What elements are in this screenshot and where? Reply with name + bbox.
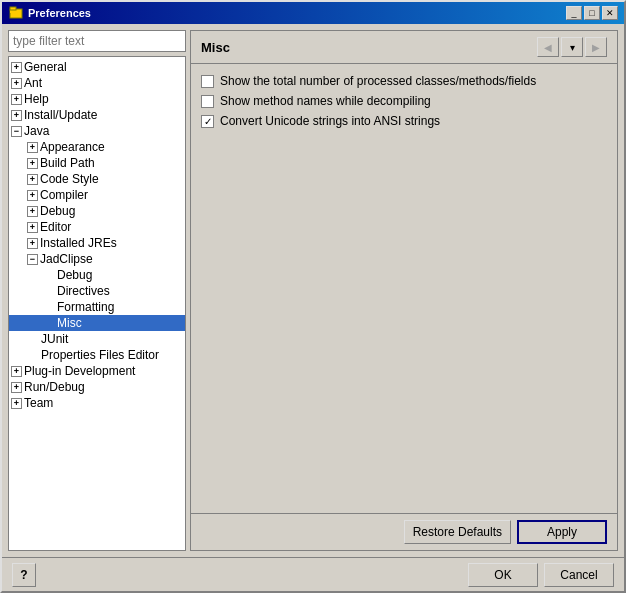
checkbox-label-show-method: Show method names while decompiling bbox=[220, 94, 431, 108]
tree-item-label: Build Path bbox=[40, 155, 95, 171]
checkbox-show-total[interactable] bbox=[201, 75, 214, 88]
tree-item-label: Properties Files Editor bbox=[41, 347, 159, 363]
tree-item-label: JadClipse bbox=[40, 251, 93, 267]
expand-icon[interactable]: + bbox=[27, 206, 38, 217]
tree-item-label: Installed JREs bbox=[40, 235, 117, 251]
tree-item-label: Directives bbox=[57, 283, 110, 299]
tree-item-label: Debug bbox=[40, 203, 75, 219]
collapse-icon[interactable]: − bbox=[11, 126, 22, 137]
cancel-button[interactable]: Cancel bbox=[544, 563, 614, 587]
titlebar-buttons: _ □ ✕ bbox=[566, 6, 618, 20]
minimize-button[interactable]: _ bbox=[566, 6, 582, 20]
tree-item-installed-jres[interactable]: +Installed JREs bbox=[9, 235, 185, 251]
titlebar-left: Preferences bbox=[8, 5, 91, 21]
tree-item-editor[interactable]: +Editor bbox=[9, 219, 185, 235]
tree-item-team[interactable]: +Team bbox=[9, 395, 185, 411]
tree-item-label: Help bbox=[24, 91, 49, 107]
expand-icon[interactable]: + bbox=[27, 238, 38, 249]
svg-rect-2 bbox=[10, 7, 16, 10]
expand-icon[interactable]: + bbox=[11, 110, 22, 121]
expand-icon[interactable]: + bbox=[11, 94, 22, 105]
content-area: +General+Ant+Help+Install/Update−Java+Ap… bbox=[2, 24, 624, 557]
tree-item-run-debug[interactable]: +Run/Debug bbox=[9, 379, 185, 395]
tree-item-label: Run/Debug bbox=[24, 379, 85, 395]
tree-item-plug-in-development[interactable]: +Plug-in Development bbox=[9, 363, 185, 379]
tree-item-ant[interactable]: +Ant bbox=[9, 75, 185, 91]
tree-item-java[interactable]: −Java bbox=[9, 123, 185, 139]
tree-item-jad-debug[interactable]: Debug bbox=[9, 267, 185, 283]
expand-icon[interactable]: + bbox=[11, 398, 22, 409]
checkbox-row-show-method: Show method names while decompiling bbox=[201, 94, 607, 108]
back-button[interactable]: ◀ bbox=[537, 37, 559, 57]
tree-item-jad-directives[interactable]: Directives bbox=[9, 283, 185, 299]
tree-item-build-path[interactable]: +Build Path bbox=[9, 155, 185, 171]
left-panel: +General+Ant+Help+Install/Update−Java+Ap… bbox=[8, 30, 186, 551]
tree-item-install-update[interactable]: +Install/Update bbox=[9, 107, 185, 123]
maximize-button[interactable]: □ bbox=[584, 6, 600, 20]
tree-item-jad-misc[interactable]: Misc bbox=[9, 315, 185, 331]
checkbox-row-show-total: Show the total number of processed class… bbox=[201, 74, 607, 88]
tree-item-label: Compiler bbox=[40, 187, 88, 203]
expand-icon[interactable]: + bbox=[27, 158, 38, 169]
window-bottom-bar: ? OK Cancel bbox=[2, 557, 624, 591]
window-title: Preferences bbox=[28, 7, 91, 19]
right-panel: Misc ◀ ▾ ▶ Show the total number of proc… bbox=[190, 30, 618, 551]
tree-item-label: Appearance bbox=[40, 139, 105, 155]
titlebar: Preferences _ □ ✕ bbox=[2, 2, 624, 24]
tree-item-appearance[interactable]: +Appearance bbox=[9, 139, 185, 155]
expand-icon[interactable]: + bbox=[27, 174, 38, 185]
tree-panel: +General+Ant+Help+Install/Update−Java+Ap… bbox=[8, 56, 186, 551]
expand-icon[interactable]: + bbox=[11, 62, 22, 73]
close-button[interactable]: ✕ bbox=[602, 6, 618, 20]
checkbox-convert-unicode[interactable] bbox=[201, 115, 214, 128]
checkbox-row-convert-unicode: Convert Unicode strings into ANSI string… bbox=[201, 114, 607, 128]
nav-buttons: ◀ ▾ ▶ bbox=[537, 37, 607, 57]
expand-icon[interactable]: + bbox=[11, 382, 22, 393]
ok-button[interactable]: OK bbox=[468, 563, 538, 587]
expand-icon[interactable]: + bbox=[27, 222, 38, 233]
preferences-window: Preferences _ □ ✕ +General+Ant+Help+Inst… bbox=[0, 0, 626, 593]
tree-item-label: Team bbox=[24, 395, 53, 411]
right-content: Show the total number of processed class… bbox=[191, 64, 617, 513]
checkbox-label-show-total: Show the total number of processed class… bbox=[220, 74, 536, 88]
tree-item-label: Java bbox=[24, 123, 49, 139]
restore-defaults-button[interactable]: Restore Defaults bbox=[404, 520, 511, 544]
tree-item-help[interactable]: +Help bbox=[9, 91, 185, 107]
checkbox-label-convert-unicode: Convert Unicode strings into ANSI string… bbox=[220, 114, 440, 128]
tree-item-general[interactable]: +General bbox=[9, 59, 185, 75]
apply-button[interactable]: Apply bbox=[517, 520, 607, 544]
tree-item-label: Ant bbox=[24, 75, 42, 91]
tree-item-label: JUnit bbox=[41, 331, 68, 347]
expand-icon[interactable]: + bbox=[27, 142, 38, 153]
tree-item-label: Formatting bbox=[57, 299, 114, 315]
expand-icon[interactable]: + bbox=[11, 78, 22, 89]
tree-item-label: Debug bbox=[57, 267, 92, 283]
tree-item-debug[interactable]: +Debug bbox=[9, 203, 185, 219]
tree-item-jadclipse[interactable]: −JadClipse bbox=[9, 251, 185, 267]
tree-item-label: General bbox=[24, 59, 67, 75]
tree-item-label: Misc bbox=[57, 315, 82, 331]
tree-item-label: Plug-in Development bbox=[24, 363, 135, 379]
tree-item-label: Install/Update bbox=[24, 107, 97, 123]
tree-item-label: Editor bbox=[40, 219, 71, 235]
tree-item-compiler[interactable]: +Compiler bbox=[9, 187, 185, 203]
expand-icon[interactable]: + bbox=[27, 190, 38, 201]
tree-item-junit[interactable]: JUnit bbox=[9, 331, 185, 347]
filter-input[interactable] bbox=[8, 30, 186, 52]
forward-button[interactable]: ▶ bbox=[585, 37, 607, 57]
window-icon bbox=[8, 5, 24, 21]
tree-item-label: Code Style bbox=[40, 171, 99, 187]
tree-item-jad-formatting[interactable]: Formatting bbox=[9, 299, 185, 315]
help-button[interactable]: ? bbox=[12, 563, 36, 587]
tree-item-code-style[interactable]: +Code Style bbox=[9, 171, 185, 187]
checkbox-show-method[interactable] bbox=[201, 95, 214, 108]
dropdown-button[interactable]: ▾ bbox=[561, 37, 583, 57]
tree-item-properties-files-editor[interactable]: Properties Files Editor bbox=[9, 347, 185, 363]
bottom-bar: Restore Defaults Apply bbox=[191, 513, 617, 550]
expand-icon[interactable]: + bbox=[11, 366, 22, 377]
collapse-icon[interactable]: − bbox=[27, 254, 38, 265]
right-panel-title: Misc bbox=[201, 40, 230, 55]
bottom-buttons: OK Cancel bbox=[468, 563, 614, 587]
right-header: Misc ◀ ▾ ▶ bbox=[191, 31, 617, 64]
